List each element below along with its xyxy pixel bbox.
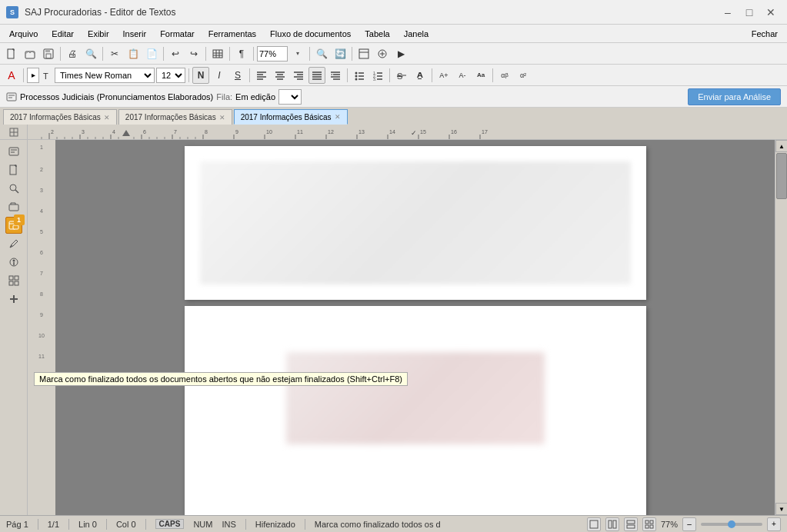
status-sep1 [38,519,38,530]
close-button[interactable]: ✕ [761,2,781,22]
scroll-track[interactable] [775,152,787,503]
view-btn-1[interactable] [587,517,601,531]
new-btn[interactable] [3,45,20,62]
print-btn[interactable]: 🖨 [64,45,81,62]
underline-btn[interactable]: S [229,67,246,84]
right-scrollbar[interactable]: ▲ ▼ [775,140,787,515]
paragraph-btn[interactable]: ¶ [233,45,250,62]
font-grow-btn[interactable]: A+ [435,67,452,84]
zoom-input[interactable] [257,46,288,62]
format-toolbar: A ▸ T Times New Roman 12 N I S 1.2.3. S … [0,65,787,86]
table-btn[interactable] [209,45,226,62]
strikethrough-btn[interactable]: S [393,67,410,84]
cut-btn[interactable]: ✂ [106,45,123,62]
font-size-select[interactable]: 12 [156,68,185,83]
extra2-btn[interactable] [374,45,391,62]
menu-editar[interactable]: Editar [45,28,80,40]
view-btn-2[interactable] [605,517,619,531]
zoom-out-btn[interactable]: – [682,517,696,531]
svg-line-108 [15,190,18,193]
redo-btn[interactable]: ↪ [185,45,202,62]
svg-rect-117 [9,276,13,280]
sidebar-btn-8[interactable] [5,291,22,308]
save-btn[interactable] [40,45,57,62]
menu-exibir[interactable]: Exibir [82,28,115,40]
sidebar-btn-2[interactable] [5,180,22,197]
font-select[interactable]: Times New Roman [55,68,155,83]
tab-0[interactable]: 2017 Informações Básicas ✕ [3,109,117,125]
scroll-up-btn[interactable]: ▲ [775,140,787,152]
tab-close-2[interactable]: ✕ [335,113,341,121]
align-left-btn[interactable] [253,67,270,84]
view-btn-3[interactable] [624,517,638,531]
menu-formatar[interactable]: Formatar [154,28,201,40]
svg-rect-125 [613,520,616,528]
open-btn[interactable] [22,45,38,62]
font-size2-btn[interactable]: Aa [472,67,489,84]
bold-btn[interactable]: N [192,67,209,84]
menu-tabela[interactable]: Tabela [358,28,395,40]
sep5 [229,47,230,61]
ruler-icon [9,128,18,137]
sidebar-btn-5[interactable] [5,235,22,252]
zoom-dropdown[interactable]: ▾ [289,45,306,62]
list-unordered-btn[interactable] [351,67,368,84]
send-analysis-button[interactable]: Enviar para Análise [688,88,781,105]
extra4-btn[interactable]: α² [515,67,532,84]
replace-btn[interactable]: 🔄 [332,45,348,62]
highlight-btn[interactable]: A̲ [412,67,429,84]
font-shrink-btn[interactable]: A- [454,67,471,84]
svg-rect-50 [7,93,16,101]
scroll-thumb[interactable] [776,153,787,199]
sidebar-badge: 1 [14,214,25,225]
align-justify-btn[interactable] [308,67,325,84]
svg-rect-4 [46,54,51,58]
menu-fluxo[interactable]: Fluxo de documentos [264,28,357,40]
menu-inserir[interactable]: Inserir [117,28,153,40]
svg-rect-126 [627,520,635,524]
maximize-button[interactable]: □ [739,2,759,22]
content-scroll[interactable]: 1 2 3 4 5 6 7 8 9 10 11 [28,140,787,515]
sidebar-btn-1[interactable] [5,161,22,178]
process-select[interactable] [278,89,302,105]
indent-btn[interactable] [327,67,344,84]
sidebar-btn-7[interactable] [5,272,22,289]
font-color-btn[interactable]: A [3,67,20,84]
zoom-label: 77% [661,520,678,529]
zoom-in-btn[interactable]: + [767,517,781,531]
undo-btn[interactable]: ↩ [167,45,184,62]
zoom-slider[interactable] [701,523,762,526]
sidebar-btn-3[interactable] [5,198,22,215]
arrow-right-btn[interactable]: ▶ [392,45,409,62]
menu-fechar[interactable]: Fechar [745,28,784,40]
tab-close-1[interactable]: ✕ [219,114,225,121]
minimize-button[interactable]: – [718,2,738,22]
italic-btn[interactable]: I [211,67,228,84]
svg-text:12: 12 [328,129,334,135]
search-btn[interactable]: 🔍 [313,45,330,62]
copy-btn[interactable]: 📋 [125,45,142,62]
paste-btn[interactable]: 📄 [143,45,160,62]
extra1-btn[interactable] [355,45,372,62]
scroll-down-btn[interactable]: ▼ [775,503,787,515]
menu-janela[interactable]: Janela [398,28,435,40]
extra3-btn[interactable]: αβ [496,67,513,84]
view-btn-4[interactable] [642,517,656,531]
sidebar-btn-0[interactable] [5,143,22,160]
tab-1[interactable]: 2017 Informações Básicas ✕ [118,109,232,125]
list-ordered-btn[interactable]: 1.2.3. [369,67,386,84]
menu-ferramentas[interactable]: Ferramentas [202,28,262,40]
preview-btn[interactable]: 🔍 [82,45,99,62]
sidebar-btn-6[interactable] [5,254,22,271]
tab-2[interactable]: 2017 Informações Básicas ✕ [234,109,348,125]
align-center-btn[interactable] [272,67,288,84]
status-text: Marca como finalizado todos os d [315,520,441,529]
menu-arquivo[interactable]: Arquivo [3,28,44,40]
sidebar-btn-4[interactable]: 1 [5,217,22,234]
align-right-btn[interactable] [290,67,307,84]
tab-close-0[interactable]: ✕ [104,114,110,121]
zoom-slider-thumb[interactable] [728,520,735,528]
pages-status: 1/1 [48,520,59,529]
svg-text:17: 17 [482,129,488,135]
page-1 [185,146,646,300]
